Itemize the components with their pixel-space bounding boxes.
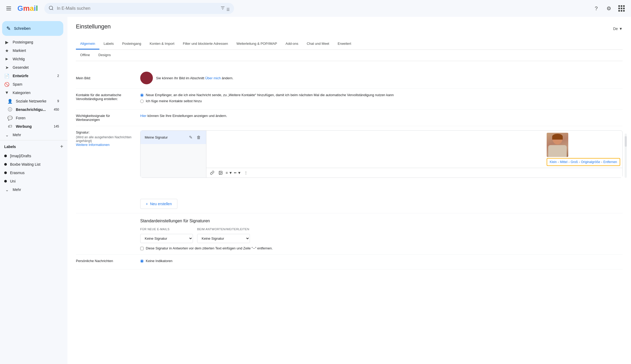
labels-title: Labels: [4, 145, 16, 149]
tab-erweitert[interactable]: Erweitert: [333, 38, 355, 50]
edit-signature-button[interactable]: ✎: [188, 134, 193, 141]
image-toolbar-btn[interactable]: [217, 169, 224, 176]
gross-link[interactable]: Groß: [571, 160, 578, 164]
signature-label: Signatur: (Wird an alle ausgehenden Nach…: [76, 130, 134, 209]
entfernen-link[interactable]: Entfernen: [603, 160, 617, 164]
list-toolbar-btn[interactable]: •• ▼: [234, 169, 241, 176]
personal-radio[interactable]: [140, 259, 144, 263]
notifications-icon: ⓘ: [7, 107, 13, 112]
tab-chat[interactable]: Chat und Meet: [303, 38, 333, 50]
settings-button[interactable]: ⚙: [604, 3, 614, 14]
signature-checkbox[interactable]: [140, 247, 144, 250]
sidebar-item-uni[interactable]: Uni: [0, 177, 63, 185]
language-selector[interactable]: De ▼: [613, 27, 623, 31]
forum-icon: 💬: [7, 116, 13, 121]
mittel-link[interactable]: Mittel: [560, 160, 567, 164]
sidebar-item-label: Posteingang: [13, 40, 59, 44]
sidebar: ✎ Schreiben ▶ Posteingang ★ Markiert ► W…: [0, 17, 67, 364]
sidebar-item-label: Kategorien: [13, 91, 59, 95]
content-area: Einstellungen De ▼ Allgemein Labels Post…: [67, 17, 631, 364]
tab-filter[interactable]: Filter und blockierte Adressen: [179, 38, 232, 50]
sidebar-item-label: Boxbe Waiting List: [10, 162, 59, 166]
signature-name: Meine Signatur: [145, 135, 168, 139]
scrollbar-thumb: [625, 136, 627, 147]
standard-sig-title: Standardeinstellungen für Signaturen: [140, 219, 623, 223]
signature-checkbox-label: Diese Signatur in Antworten vor dem ziti…: [146, 246, 273, 250]
tab-weiterleitung[interactable]: Weiterleitung & POP/IMAP: [232, 38, 281, 50]
signature-list-item[interactable]: Meine Signatur ✎ 🗑: [140, 131, 206, 144]
sidebar-item-werbung[interactable]: 🏷 Werbung 145: [0, 122, 63, 131]
signature-actions: ✎ 🗑: [188, 134, 202, 141]
tab-allgemein[interactable]: Allgemein: [76, 38, 99, 50]
sidebar-item-label: Entwürfe: [13, 74, 54, 78]
sub-tab-designs[interactable]: Designs: [94, 50, 115, 61]
sidebar-item-label: Uni: [10, 179, 59, 183]
more-toolbar-btn[interactable]: ⋮: [242, 169, 250, 176]
ueber-mich-link[interactable]: Über mich: [205, 76, 222, 80]
new-sig-label: Neu erstellen: [150, 202, 172, 206]
scrollbar[interactable]: [625, 134, 627, 178]
sidebar-item-posteingang[interactable]: ▶ Posteingang: [0, 38, 63, 46]
hier-link[interactable]: Hier: [140, 114, 147, 118]
sidebar-item-wichtig[interactable]: ► Wichtig: [0, 55, 63, 63]
personal-value: Keine Indikatoren: [140, 259, 623, 265]
apps-button[interactable]: [616, 3, 627, 14]
sidebar-item-benachrichtigungen[interactable]: ⓘ Benachrichtigu... 450: [0, 105, 63, 114]
sidebar-item-foren[interactable]: 💬 Foren: [0, 114, 63, 122]
neue-emails-select[interactable]: Keine Signatur: [140, 234, 193, 243]
svg-point-0: [49, 6, 52, 9]
signature-editor[interactable]: Klein - Mittel - Groß - Originalgröße: [206, 131, 622, 178]
new-signature-button[interactable]: + Neu erstellen: [140, 199, 177, 209]
page-title: Einstellungen: [76, 23, 111, 30]
tab-labels[interactable]: Labels: [99, 38, 118, 50]
signature-sublabel: (Wird an alle ausgehenden Nachrichten an…: [76, 135, 134, 143]
sidebar-item-markiert[interactable]: ★ Markiert: [0, 46, 63, 55]
help-button[interactable]: ?: [591, 3, 601, 14]
sidebar-item-entwerfe[interactable]: 📄 Entwürfe 2: [0, 72, 63, 80]
search-filter-icon[interactable]: ☰: [220, 6, 230, 12]
delete-signature-button[interactable]: 🗑: [196, 134, 202, 141]
tab-posteingang[interactable]: Posteingang: [118, 38, 145, 50]
people-icon: 👤: [7, 99, 13, 104]
importance-description: können Sie Ihre Einstellungen anzeigen u…: [147, 114, 227, 118]
image-size-tooltip: Klein - Mittel - Groß - Originalgröße: [547, 158, 620, 166]
settings-wrapper: Einstellungen De ▼ Allgemein Labels Post…: [67, 17, 631, 276]
sidebar-item-imap-drafts[interactable]: [Imap]/Drafts: [0, 152, 63, 160]
align-toolbar-btn[interactable]: ≡ ▼: [225, 169, 233, 176]
klein-link[interactable]: Klein: [550, 160, 557, 164]
original-link[interactable]: Originalgröße: [581, 160, 600, 164]
sidebar-item-erasmus[interactable]: Erasmus: [0, 169, 63, 177]
link-toolbar-btn[interactable]: [208, 169, 216, 176]
sidebar-item-label: Wichtig: [13, 57, 59, 61]
expand-icon: ⌄: [4, 132, 9, 137]
sub-tab-offline[interactable]: Offline: [76, 50, 94, 61]
weitere-info-link[interactable]: Weitere Informationen: [76, 143, 110, 147]
sub-tabs: Offline Designs: [76, 50, 623, 61]
contacts-row: Kontakte für die automatische Vervollstä…: [76, 89, 623, 110]
tab-konten[interactable]: Konten & Import: [145, 38, 179, 50]
main-area: ✎ Schreiben ▶ Posteingang ★ Markiert ► W…: [0, 17, 631, 364]
tab-addons[interactable]: Add-ons: [281, 38, 302, 50]
ad-icon: 🏷: [7, 124, 13, 129]
compose-button[interactable]: ✎ Schreiben: [2, 21, 63, 36]
gmail-logo[interactable]: Gmail: [17, 4, 38, 13]
spam-icon: 🚫: [4, 82, 9, 87]
sidebar-item-gesendet[interactable]: ➤ Gesendet: [0, 63, 63, 72]
personal-label-text: Persönliche Nachrichten: [76, 259, 113, 263]
sidebar-item-boxbe[interactable]: Boxbe Waiting List: [0, 160, 63, 169]
sidebar-item-spam[interactable]: 🚫 Spam: [0, 80, 63, 88]
contacts-radio2[interactable]: [140, 100, 144, 103]
hamburger-button[interactable]: [4, 4, 13, 12]
search-input[interactable]: [44, 3, 234, 14]
sidebar-item-mehr2[interactable]: ⌄ Mehr: [0, 185, 63, 194]
sidebar-item-soziale[interactable]: 👤 Soziale Netzwerke 9: [0, 97, 63, 105]
sidebar-item-label: Erasmus: [10, 171, 59, 175]
contacts-radio1[interactable]: [140, 94, 144, 97]
settings-tabs: Allgemein Labels Posteingang Konten & Im…: [76, 38, 623, 50]
sidebar-item-label: Werbung: [16, 124, 51, 129]
sidebar-item-kategorien[interactable]: ▼ Kategorien: [0, 88, 63, 97]
antworten-select[interactable]: Keine Signatur: [197, 234, 250, 243]
sidebar-item-mehr[interactable]: ⌄ Mehr: [0, 131, 63, 139]
importance-label-text: Wichtigkeitssignale für Werbeanzeigen: [76, 114, 110, 122]
add-label-button[interactable]: +: [60, 144, 63, 150]
